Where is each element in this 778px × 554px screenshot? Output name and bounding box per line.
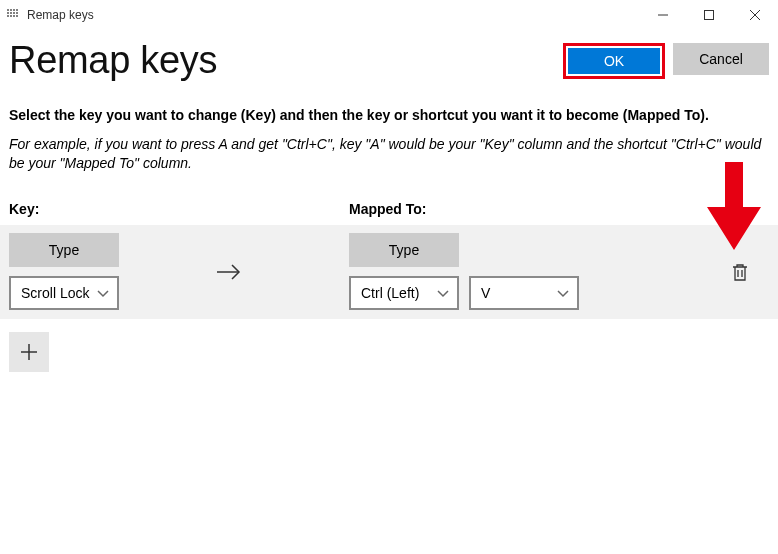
key-select-value: Scroll Lock [21,285,89,301]
trash-icon [731,262,749,282]
type-mapped-button[interactable]: Type [349,233,459,267]
delete-column [729,261,769,283]
add-row-section [0,319,778,385]
page-title: Remap keys [9,39,217,82]
cancel-button[interactable]: Cancel [673,43,769,75]
instructions-example: For example, if you want to press A and … [9,135,769,173]
column-headers: Key: Mapped To: [0,173,778,225]
arrow-right-icon [215,262,243,282]
chevron-down-icon [557,287,569,299]
mapped-key-value: V [481,285,490,301]
mapped-modifier-select[interactable]: Ctrl (Left) [349,276,459,310]
key-select[interactable]: Scroll Lock [9,276,119,310]
key-column-header: Key: [9,201,349,217]
plus-icon [19,342,39,362]
type-key-button[interactable]: Type [9,233,119,267]
window-title: Remap keys [27,8,94,22]
minimize-button[interactable] [640,0,686,30]
mapped-key-select[interactable]: V [469,276,579,310]
app-icon [7,9,21,21]
titlebar: Remap keys [0,0,778,30]
ok-button[interactable]: OK [568,48,660,74]
window-controls [640,0,778,30]
header: Remap keys OK Cancel [0,30,778,82]
maximize-button[interactable] [686,0,732,30]
svg-rect-1 [705,11,714,20]
mapped-modifier-value: Ctrl (Left) [361,285,419,301]
instructions: Select the key you want to change (Key) … [0,82,778,173]
ok-button-highlight: OK [563,43,665,79]
close-button[interactable] [732,0,778,30]
header-buttons: OK Cancel [563,43,769,79]
delete-row-button[interactable] [729,261,751,283]
chevron-down-icon [437,287,449,299]
mapped-column-header: Mapped To: [349,201,427,217]
key-column: Type Scroll Lock [9,233,209,310]
mapped-column: Type Ctrl (Left) V [349,233,649,310]
mapping-row: Type Scroll Lock Type Ctrl (Left) V [0,225,778,319]
arrow-column [209,262,349,282]
chevron-down-icon [97,287,109,299]
add-mapping-button[interactable] [9,332,49,372]
instructions-main: Select the key you want to change (Key) … [9,107,769,123]
